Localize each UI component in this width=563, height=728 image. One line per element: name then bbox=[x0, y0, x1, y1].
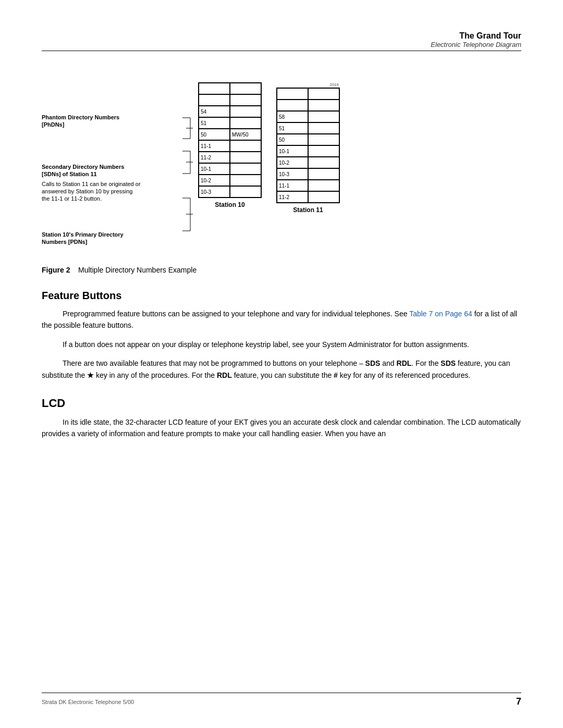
s11-r2-c1 bbox=[277, 100, 308, 111]
footer-page-number: 7 bbox=[516, 696, 521, 707]
station11-row6: 10-1 bbox=[277, 145, 339, 157]
star-key: ★ bbox=[87, 371, 94, 379]
header-title: The Grand Tour bbox=[42, 31, 521, 41]
s10-r5-c2: MW/50 bbox=[230, 129, 261, 140]
s11-r4-c2 bbox=[308, 122, 339, 134]
station11-label: Station 11 bbox=[293, 206, 323, 214]
header-subtitle: Electronic Telephone Diagram bbox=[42, 41, 521, 48]
s10-r10-c1: 10-3 bbox=[199, 186, 230, 198]
s10-r7-c2 bbox=[230, 152, 261, 163]
s11-r7-c2 bbox=[308, 157, 339, 168]
s10-r5-c1: 50 bbox=[199, 129, 230, 140]
phantom-sub: [PhDNs] bbox=[42, 121, 141, 128]
figure-area: Phantom Directory Numbers [PhDNs] Second… bbox=[42, 72, 521, 274]
station11-row1 bbox=[277, 88, 339, 100]
station10-row4: 51 bbox=[199, 117, 261, 129]
station11-row10: 11-2 bbox=[277, 191, 339, 203]
s11-r5-c1: 50 bbox=[277, 134, 308, 145]
station11-grid: 58 51 50 bbox=[276, 88, 340, 203]
station11-row7: 10-2 bbox=[277, 157, 339, 168]
s11-r9-c2 bbox=[308, 180, 339, 191]
secondary-title: Secondary Directory Numbers bbox=[42, 163, 141, 170]
s11-r7-c1: 10-2 bbox=[277, 157, 308, 168]
s10-r8-c1: 10-1 bbox=[199, 163, 230, 175]
figure-caption-label: Multiple Directory Numbers Example bbox=[78, 266, 197, 274]
s11-r6-c1: 10-1 bbox=[277, 145, 308, 157]
station10-row6: 11-1 bbox=[199, 140, 261, 152]
s11-r10-c2 bbox=[308, 191, 339, 203]
station11-row3: 58 bbox=[277, 111, 339, 122]
station10-row7: 11-2 bbox=[199, 152, 261, 163]
figure-caption-num: Figure 2 bbox=[42, 266, 70, 274]
rdl-bold1: RDL bbox=[397, 359, 412, 367]
stations-container: 54 51 50 MW/50 bbox=[198, 82, 340, 214]
sds-bold1: SDS bbox=[365, 359, 381, 367]
s10-r6-c1: 11-1 bbox=[199, 140, 230, 152]
feature-buttons-heading: Feature Buttons bbox=[42, 290, 521, 302]
page: The Grand Tour Electronic Telephone Diag… bbox=[0, 0, 563, 728]
table7-link[interactable]: Table 7 on Page 64 bbox=[409, 310, 472, 318]
primary-title: Station 10's Primary Directory bbox=[42, 231, 141, 238]
station11-row9: 11-1 bbox=[277, 180, 339, 191]
s11-r10-c1: 11-2 bbox=[277, 191, 308, 203]
lcd-heading: LCD bbox=[42, 397, 521, 410]
s10-r7-c1: 11-2 bbox=[199, 152, 230, 163]
s10-r4-c2 bbox=[230, 117, 261, 129]
station10-label: Station 10 bbox=[215, 201, 244, 208]
rdl-bold2: RDL bbox=[217, 371, 232, 379]
sds-bold2: SDS bbox=[440, 359, 456, 367]
station10-row9: 10-2 bbox=[199, 175, 261, 186]
station11-row5: 50 bbox=[277, 134, 339, 145]
s10-r10-c2 bbox=[230, 186, 261, 198]
feature-buttons-para2: If a button does not appear on your disp… bbox=[42, 339, 521, 350]
figure-caption-text bbox=[72, 266, 76, 274]
station10-row1 bbox=[199, 83, 261, 94]
station11-row8: 10-3 bbox=[277, 168, 339, 180]
secondary-label: Secondary Directory Numbers [SDNs] of St… bbox=[42, 163, 141, 202]
station10-wrapper: 54 51 50 MW/50 bbox=[198, 82, 262, 214]
primary-label: Station 10's Primary Directory Numbers [… bbox=[42, 231, 141, 246]
s11-r8-c1: 10-3 bbox=[277, 168, 308, 180]
hash-key: # bbox=[334, 371, 338, 379]
station11-marker: 2016 bbox=[276, 82, 340, 87]
s10-r2-c2 bbox=[230, 94, 261, 106]
phantom-title: Phantom Directory Numbers bbox=[42, 114, 141, 121]
lcd-section: LCD In its idle state, the 32-character … bbox=[42, 397, 521, 440]
s11-r8-c2 bbox=[308, 168, 339, 180]
s10-r6-c2 bbox=[230, 140, 261, 152]
station11-row4: 51 bbox=[277, 122, 339, 134]
s11-r3-c2 bbox=[308, 111, 339, 122]
s11-r1-c1 bbox=[277, 88, 308, 100]
feature-buttons-para1: Preprogrammed feature buttons can be ass… bbox=[42, 308, 521, 331]
s10-r3-c1: 54 bbox=[199, 106, 230, 117]
s11-r2-c2 bbox=[308, 100, 339, 111]
station10-row2 bbox=[199, 94, 261, 106]
feature-buttons-section: Feature Buttons Preprogrammed feature bu… bbox=[42, 290, 521, 381]
s10-r8-c2 bbox=[230, 163, 261, 175]
s10-r9-c1: 10-2 bbox=[199, 175, 230, 186]
s10-r9-c2 bbox=[230, 175, 261, 186]
page-footer: Strata DK Electronic Telephone 5/00 7 bbox=[42, 693, 521, 707]
s10-r3-c2 bbox=[230, 106, 261, 117]
s11-r5-c2 bbox=[308, 134, 339, 145]
station10-row8: 10-1 bbox=[199, 163, 261, 175]
s10-r4-c1: 51 bbox=[199, 117, 230, 129]
station11-wrapper: 2016 58 bbox=[276, 82, 340, 214]
page-header: The Grand Tour Electronic Telephone Diag… bbox=[42, 31, 521, 51]
s11-r9-c1: 11-1 bbox=[277, 180, 308, 191]
feature-buttons-para3: There are two available features that ma… bbox=[42, 357, 521, 381]
secondary-sub: [SDNs] of Station 11 bbox=[42, 170, 141, 178]
station11-row2 bbox=[277, 100, 339, 111]
diagram-outer: Phantom Directory Numbers [PhDNs] Second… bbox=[42, 82, 521, 260]
station10-row10: 10-3 bbox=[199, 186, 261, 198]
calls-note: Calls to Station 11 can be originated or… bbox=[42, 180, 141, 203]
s11-r3-c1: 58 bbox=[277, 111, 308, 122]
station10-row5: 50 MW/50 bbox=[199, 129, 261, 140]
phantom-label: Phantom Directory Numbers [PhDNs] bbox=[42, 114, 141, 129]
bracket-svg bbox=[162, 82, 193, 260]
figure-caption: Figure 2 Multiple Directory Numbers Exam… bbox=[42, 266, 521, 274]
s11-r6-c2 bbox=[308, 145, 339, 157]
station10-row3: 54 bbox=[199, 106, 261, 117]
primary-sub: Numbers [PDNs] bbox=[42, 238, 141, 245]
s10-r2-c1 bbox=[199, 94, 230, 106]
